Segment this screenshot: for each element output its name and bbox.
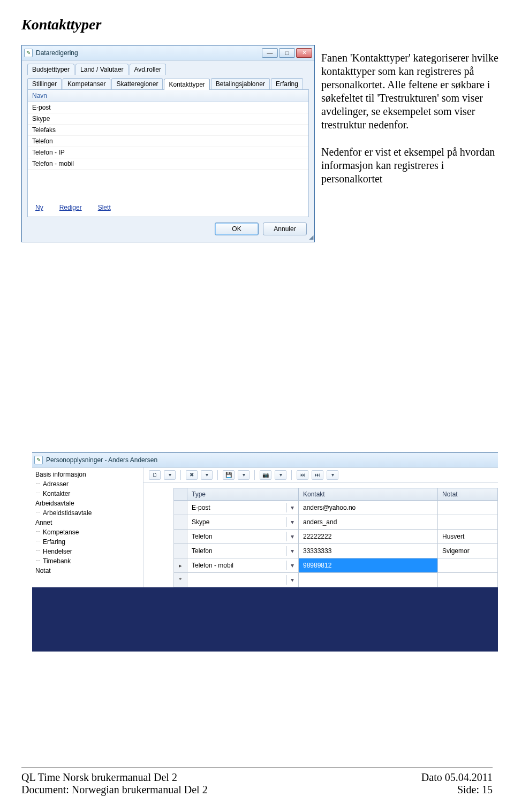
list-item[interactable]: Telefaks [28,125,308,136]
tab-erfaring[interactable]: Erfaring [271,78,303,89]
delete-icon[interactable]: ✖ [186,470,198,480]
cell-kontakt[interactable]: anders_and [299,515,438,530]
tab-kompetanser[interactable]: Kompetanser [63,78,110,89]
close-button[interactable]: ✕ [296,48,312,58]
dropdown-icon[interactable]: ▾ [238,470,250,480]
next-icon[interactable]: ⏭ [312,470,323,480]
list-item[interactable]: Skype [28,113,308,125]
nav-item-notat[interactable]: Notat [35,566,140,576]
table-row[interactable]: ▸Telefon - mobil▾98989812 [173,558,498,573]
window-title-2: Personopplysninger - Anders Andersen [46,456,496,464]
nav-item-timebank[interactable]: Timebank [35,556,140,566]
row-handle[interactable] [173,515,187,530]
chevron-down-icon[interactable]: ▾ [286,517,297,527]
nav-item-adresser[interactable]: Adresser [35,479,140,489]
table-row[interactable]: Telefon▾22222222Husvert [173,530,498,544]
tab-budsjetttyper[interactable]: Budsjetttyper [27,64,74,75]
list-item[interactable]: E-post [28,102,308,113]
nav-item-arbeidstidsavtale[interactable]: Arbeidstidsavtale [35,508,140,518]
chevron-down-icon[interactable]: ▾ [286,561,297,570]
table-row[interactable]: Telefon▾33333333Svigemor [173,544,498,558]
nav-item-annet[interactable]: Annet [35,518,140,527]
row-handle[interactable]: ▸ [173,558,187,573]
dropdown-icon[interactable]: ▾ [275,470,286,480]
cell-type[interactable]: E-post▾ [187,501,299,515]
row-handle[interactable] [173,501,187,515]
window-title: Dataredigering [36,49,262,57]
separator [217,470,218,480]
cell-kontakt[interactable]: 33333333 [299,544,438,558]
cell-notat[interactable] [438,515,498,530]
tab-skatteregioner[interactable]: Skatteregioner [111,78,163,89]
resize-grip-icon[interactable]: ◢ [309,234,313,241]
list-item[interactable]: Telefon [28,136,308,147]
chevron-down-icon[interactable]: ▾ [286,546,297,556]
chevron-down-icon[interactable]: ▾ [286,532,297,541]
new-row-icon[interactable]: * [173,573,187,587]
save-icon[interactable]: 💾 [223,470,235,480]
list-body: E-postSkypeTelefaksTelefonTelefon - IPTe… [28,102,308,198]
new-icon[interactable]: 🗋 [149,470,161,480]
app-icon: ✎ [24,49,33,57]
list-header-navn[interactable]: Navn [28,90,308,102]
cell-type[interactable]: Skype▾ [187,515,299,530]
header-notat[interactable]: Notat [438,488,498,501]
cell-notat[interactable] [438,501,498,515]
cell-kontakt[interactable]: anders@yahoo.no [299,501,438,515]
row-handle[interactable] [173,544,187,558]
header-type[interactable]: Type [187,488,299,501]
tab-betalingsjabloner[interactable]: Betalingsjabloner [211,78,270,89]
list-item[interactable]: Telefon - mobil [28,158,308,170]
dropdown-icon[interactable]: ▾ [164,470,176,480]
cell-type[interactable]: ▾ [187,573,299,587]
contacts-grid: Type Kontakt Notat E-post▾anders@yahoo.n… [143,482,498,587]
footer-right-2: Side: 15 [457,784,493,796]
page-footer: QL Time Norsk brukermanual Del 2 Dato 05… [21,768,493,796]
cell-type[interactable]: Telefon - mobil▾ [187,558,299,573]
cell-type[interactable]: Telefon▾ [187,544,299,558]
nav-item-hendelser[interactable]: Hendelser [35,547,140,556]
tab-stillinger[interactable]: Stillinger [27,78,62,89]
maximize-button[interactable]: □ [279,48,295,58]
tab-kontakttyper[interactable]: Kontakttyper [164,79,209,90]
ok-button[interactable]: OK [215,223,259,235]
nav-item-kompetanse[interactable]: Kompetanse [35,527,140,537]
tab-row-1: BudsjetttyperLand / ValutaerAvd.roller [22,60,314,75]
link-ny[interactable]: Ny [35,204,43,211]
prev-icon[interactable]: ⏮ [297,470,308,480]
cell-notat[interactable]: Svigemor [438,544,498,558]
cell-kontakt[interactable]: 98989812 [299,558,438,573]
table-row[interactable]: Skype▾anders_and [173,515,498,530]
nav-item-arbeidsavtale[interactable]: Arbeidsavtale [35,499,140,508]
nav-item-kontakter[interactable]: Kontakter [35,489,140,499]
link-slett[interactable]: Slett [98,204,111,211]
dropdown-icon[interactable]: ▾ [201,470,213,480]
cell-notat[interactable]: Husvert [438,530,498,544]
chevron-down-icon[interactable]: ▾ [286,575,297,585]
camera-icon[interactable]: 📷 [260,470,271,480]
annuler-button[interactable]: Annuler [263,223,307,235]
dataredigering-window: ✎ Dataredigering — □ ✕ BudsjetttyperLand… [21,45,315,242]
nav-item-basisinformasjon[interactable]: Basis informasjon [35,470,140,479]
list-item[interactable]: Telefon - IP [28,147,308,158]
chevron-down-icon[interactable]: ▾ [286,503,297,512]
link-rediger[interactable]: Rediger [59,204,82,211]
tab-avdroller[interactable]: Avd.roller [130,64,166,75]
cell-kontakt[interactable]: 22222222 [299,530,438,544]
cell-kontakt[interactable] [299,573,438,587]
cell-notat[interactable] [438,558,498,573]
minimize-button[interactable]: — [262,48,278,58]
dropdown-icon[interactable]: ▾ [327,470,338,480]
app-icon-2: ✎ [34,456,43,464]
tab-landvalutaer[interactable]: Land / Valutaer [75,64,128,75]
table-row[interactable]: E-post▾anders@yahoo.no [173,501,498,515]
table-row-new[interactable]: *▾ [173,573,498,587]
footer-left-1: QL Time Norsk brukermanual Del 2 [21,771,177,784]
header-kontakt[interactable]: Kontakt [299,488,438,501]
nav-item-erfaring[interactable]: Erfaring [35,537,140,547]
cell-type[interactable]: Telefon▾ [187,530,299,544]
cell-notat[interactable] [438,573,498,587]
row-handle[interactable] [173,530,187,544]
empty-area [32,587,498,652]
tab-body: Navn E-postSkypeTelefaksTelefonTelefon -… [27,89,309,217]
